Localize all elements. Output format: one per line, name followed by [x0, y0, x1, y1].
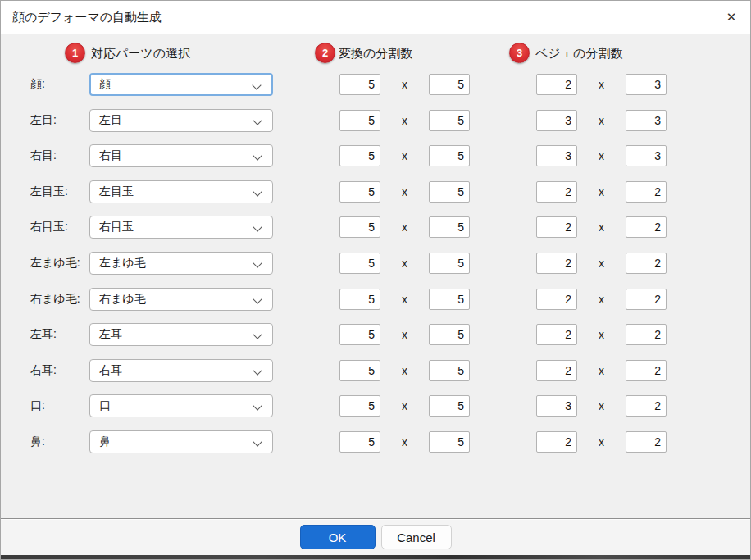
- part-select-combobox[interactable]: 右目玉: [89, 216, 273, 239]
- multiply-separator: x: [380, 149, 429, 162]
- conversion-divisions-x-input[interactable]: [339, 253, 380, 274]
- conversion-divisions-y-input[interactable]: [429, 145, 470, 166]
- part-row: 顔: 顔 x x: [1, 73, 750, 96]
- bezier-divisions-x-input[interactable]: [536, 181, 577, 203]
- bezier-divisions-y-input[interactable]: [626, 110, 667, 131]
- multiply-separator: x: [577, 328, 626, 341]
- bezier-divisions-y-input[interactable]: [626, 395, 667, 417]
- part-select-value: 鼻: [99, 435, 111, 449]
- part-select-value: 右耳: [99, 363, 122, 378]
- step-3-badge: 3: [509, 43, 530, 63]
- chevron-down-icon: [254, 117, 262, 125]
- part-row: 右目玉: 右目玉 x x: [1, 216, 750, 239]
- bezier-divisions-x-input[interactable]: [536, 253, 577, 274]
- multiply-separator: x: [577, 293, 626, 306]
- close-button[interactable]: ✕: [712, 1, 750, 34]
- part-row: 左目: 左目 x x: [1, 109, 750, 132]
- bezier-divisions-y-input[interactable]: [626, 253, 667, 274]
- part-row-label: 右まゆ毛:: [30, 292, 89, 307]
- bezier-divisions-y-input[interactable]: [626, 181, 667, 203]
- multiply-separator: x: [380, 328, 429, 341]
- conversion-divisions-x-input[interactable]: [339, 324, 380, 345]
- multiply-separator: x: [380, 435, 429, 448]
- conversion-divisions-y-input[interactable]: [429, 253, 470, 274]
- bezier-divisions-y-input[interactable]: [626, 216, 667, 238]
- part-select-combobox[interactable]: 右耳: [89, 359, 273, 382]
- chevron-down-icon: [254, 331, 262, 339]
- conversion-divisions-x-input[interactable]: [339, 289, 380, 310]
- conversion-divisions-y-input[interactable]: [429, 181, 470, 203]
- conversion-divisions-x-input[interactable]: [339, 360, 380, 381]
- multiply-separator: x: [577, 435, 626, 448]
- conversion-divisions-y-input[interactable]: [429, 216, 470, 238]
- section-label-conversion-divisions: 変換の分割数: [339, 46, 412, 61]
- bezier-divisions-x-input[interactable]: [536, 110, 577, 131]
- part-select-combobox[interactable]: 左目: [89, 109, 273, 132]
- part-select-combobox[interactable]: 左耳: [89, 323, 273, 346]
- multiply-separator: x: [577, 399, 626, 412]
- part-row: 左まゆ毛: 左まゆ毛 x x: [1, 252, 750, 275]
- conversion-divisions-y-input[interactable]: [429, 324, 470, 345]
- bezier-divisions-y-input[interactable]: [626, 74, 667, 95]
- bezier-divisions-x-input[interactable]: [536, 324, 577, 345]
- ok-button[interactable]: OK: [300, 525, 376, 549]
- bezier-divisions-y-input[interactable]: [626, 360, 667, 381]
- bezier-divisions-x-input[interactable]: [536, 431, 577, 453]
- multiply-separator: x: [380, 185, 429, 198]
- conversion-divisions-x-input[interactable]: [339, 431, 380, 453]
- bezier-divisions-x-input[interactable]: [536, 395, 577, 417]
- part-row-label: 左まゆ毛:: [30, 256, 89, 271]
- conversion-divisions-x-input[interactable]: [339, 395, 380, 417]
- part-row-label: 口:: [30, 398, 89, 413]
- section-headers: 1 対応パーツの選択 2 変換の分割数 3 ベジェの分割数: [1, 34, 750, 73]
- part-row: 右目: 右目 x x: [1, 144, 750, 167]
- bezier-divisions-x-input[interactable]: [536, 74, 577, 95]
- multiply-separator: x: [380, 78, 429, 91]
- multiply-separator: x: [380, 221, 429, 234]
- conversion-divisions-x-input[interactable]: [339, 110, 380, 131]
- title-bar: 顔のデフォーマの自動生成 ✕: [1, 1, 750, 34]
- bezier-divisions-x-input[interactable]: [536, 145, 577, 166]
- part-row-label: 顔:: [30, 77, 89, 92]
- part-select-value: 左耳: [99, 327, 122, 342]
- bezier-divisions-y-input[interactable]: [626, 324, 667, 345]
- conversion-divisions-x-input[interactable]: [339, 145, 380, 166]
- conversion-divisions-y-input[interactable]: [429, 431, 470, 453]
- multiply-separator: x: [380, 114, 429, 127]
- part-row: 鼻: 鼻 x x: [1, 430, 750, 453]
- chevron-down-icon: [254, 224, 262, 231]
- part-select-combobox[interactable]: 左まゆ毛: [89, 252, 273, 275]
- conversion-divisions-y-input[interactable]: [429, 395, 470, 417]
- bezier-divisions-x-input[interactable]: [536, 289, 577, 310]
- multiply-separator: x: [577, 185, 626, 198]
- chevron-down-icon: [254, 189, 262, 196]
- conversion-divisions-y-input[interactable]: [429, 289, 470, 310]
- part-select-combobox[interactable]: 右目: [89, 144, 273, 167]
- conversion-divisions-y-input[interactable]: [429, 360, 470, 381]
- part-select-combobox[interactable]: 鼻: [89, 430, 273, 453]
- cancel-button[interactable]: Cancel: [381, 525, 452, 549]
- part-row-label: 左耳:: [30, 327, 89, 342]
- bezier-divisions-x-input[interactable]: [536, 216, 577, 238]
- part-row: 左目玉: 左目玉 x x: [1, 180, 750, 203]
- bezier-divisions-y-input[interactable]: [626, 145, 667, 166]
- conversion-divisions-y-input[interactable]: [429, 110, 470, 131]
- bezier-divisions-x-input[interactable]: [536, 360, 577, 381]
- part-row: 左耳: 左耳 x x: [1, 323, 750, 346]
- part-select-combobox[interactable]: 口: [89, 394, 273, 417]
- part-select-combobox[interactable]: 右まゆ毛: [89, 288, 273, 311]
- chevron-down-icon: [254, 403, 262, 410]
- part-select-combobox[interactable]: 左目玉: [89, 180, 273, 203]
- conversion-divisions-x-input[interactable]: [339, 74, 380, 95]
- chevron-down-icon: [254, 296, 262, 303]
- section-label-bezier-divisions: ベジェの分割数: [535, 46, 622, 61]
- conversion-divisions-x-input[interactable]: [339, 181, 380, 203]
- bezier-divisions-y-input[interactable]: [626, 431, 667, 453]
- part-row-label: 右耳:: [30, 363, 89, 378]
- conversion-divisions-x-input[interactable]: [339, 216, 380, 238]
- step-2-badge: 2: [315, 43, 335, 63]
- conversion-divisions-y-input[interactable]: [429, 74, 470, 95]
- part-select-value: 右まゆ毛: [99, 292, 146, 307]
- part-select-combobox[interactable]: 顔: [89, 73, 273, 96]
- bezier-divisions-y-input[interactable]: [626, 289, 667, 310]
